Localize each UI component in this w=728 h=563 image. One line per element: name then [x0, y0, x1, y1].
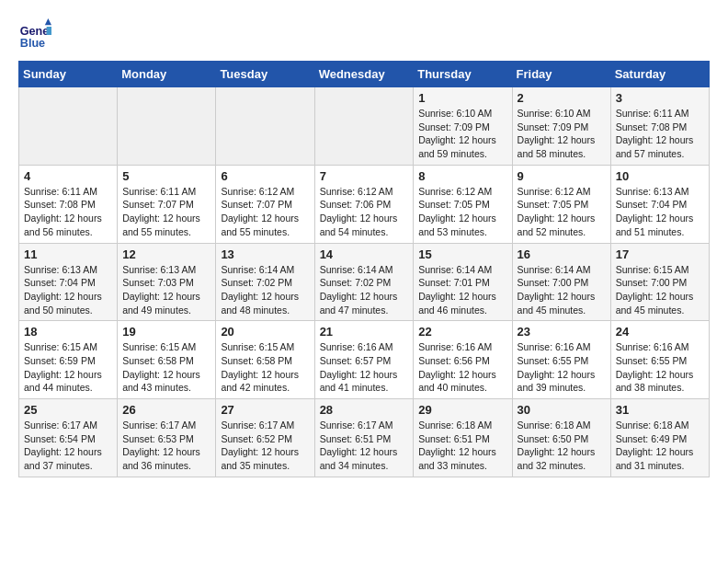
day-info: Sunrise: 6:16 AM Sunset: 6:55 PM Dayligh…	[616, 340, 704, 395]
calendar-cell: 28Sunrise: 6:17 AM Sunset: 6:51 PM Dayli…	[314, 399, 414, 477]
calendar-week-row: 4Sunrise: 6:11 AM Sunset: 7:08 PM Daylig…	[19, 165, 710, 243]
day-number: 7	[320, 169, 409, 183]
calendar-cell: 30Sunrise: 6:18 AM Sunset: 6:50 PM Dayli…	[512, 399, 610, 477]
calendar-cell: 16Sunrise: 6:14 AM Sunset: 7:00 PM Dayli…	[512, 243, 610, 321]
day-number: 21	[320, 325, 409, 339]
calendar-header-row: SundayMondayTuesdayWednesdayThursdayFrid…	[19, 62, 710, 87]
calendar-cell: 7Sunrise: 6:12 AM Sunset: 7:06 PM Daylig…	[314, 165, 414, 243]
day-info: Sunrise: 6:12 AM Sunset: 7:05 PM Dayligh…	[418, 185, 506, 239]
day-info: Sunrise: 6:15 AM Sunset: 6:59 PM Dayligh…	[24, 340, 112, 395]
day-info: Sunrise: 6:18 AM Sunset: 6:50 PM Dayligh…	[518, 419, 606, 473]
calendar-cell	[314, 87, 414, 166]
day-number: 17	[616, 247, 704, 261]
day-info: Sunrise: 6:14 AM Sunset: 7:02 PM Dayligh…	[221, 263, 309, 317]
calendar-table: SundayMondayTuesdayWednesdayThursdayFrid…	[18, 61, 710, 477]
day-header-friday: Friday	[512, 62, 610, 87]
calendar-cell: 9Sunrise: 6:12 AM Sunset: 7:05 PM Daylig…	[512, 165, 610, 243]
day-number: 25	[24, 403, 112, 417]
calendar-cell: 12Sunrise: 6:13 AM Sunset: 7:03 PM Dayli…	[118, 243, 216, 321]
day-number: 3	[616, 91, 704, 105]
calendar-week-row: 18Sunrise: 6:15 AM Sunset: 6:59 PM Dayli…	[19, 321, 710, 399]
calendar-cell: 2Sunrise: 6:10 AM Sunset: 7:09 PM Daylig…	[512, 87, 610, 166]
calendar-cell: 20Sunrise: 6:15 AM Sunset: 6:58 PM Dayli…	[216, 321, 314, 399]
day-number: 1	[418, 91, 506, 105]
calendar-cell: 22Sunrise: 6:16 AM Sunset: 6:56 PM Dayli…	[414, 321, 512, 399]
calendar-cell: 8Sunrise: 6:12 AM Sunset: 7:05 PM Daylig…	[414, 165, 512, 243]
day-info: Sunrise: 6:10 AM Sunset: 7:09 PM Dayligh…	[518, 107, 606, 161]
day-info: Sunrise: 6:13 AM Sunset: 7:04 PM Dayligh…	[616, 185, 704, 239]
day-header-monday: Monday	[118, 62, 216, 87]
calendar-cell: 25Sunrise: 6:17 AM Sunset: 6:54 PM Dayli…	[19, 399, 118, 477]
calendar-cell: 19Sunrise: 6:15 AM Sunset: 6:58 PM Dayli…	[118, 321, 216, 399]
day-number: 15	[418, 247, 506, 261]
calendar-cell: 27Sunrise: 6:17 AM Sunset: 6:52 PM Dayli…	[216, 399, 314, 477]
day-header-saturday: Saturday	[610, 62, 709, 87]
day-number: 13	[221, 247, 309, 261]
calendar-cell: 18Sunrise: 6:15 AM Sunset: 6:59 PM Dayli…	[19, 321, 118, 399]
day-number: 24	[616, 325, 704, 339]
day-info: Sunrise: 6:11 AM Sunset: 7:07 PM Dayligh…	[122, 185, 210, 239]
day-number: 22	[418, 325, 506, 339]
calendar-cell: 29Sunrise: 6:18 AM Sunset: 6:51 PM Dayli…	[414, 399, 512, 477]
day-number: 5	[122, 169, 210, 183]
day-number: 11	[24, 247, 112, 261]
day-info: Sunrise: 6:14 AM Sunset: 7:01 PM Dayligh…	[418, 263, 506, 317]
calendar-cell: 6Sunrise: 6:12 AM Sunset: 7:07 PM Daylig…	[216, 165, 314, 243]
logo: General Blue	[18, 18, 55, 52]
day-number: 26	[122, 403, 210, 417]
day-number: 31	[616, 403, 704, 417]
calendar-week-row: 1Sunrise: 6:10 AM Sunset: 7:09 PM Daylig…	[19, 87, 710, 166]
day-info: Sunrise: 6:15 AM Sunset: 6:58 PM Dayligh…	[221, 340, 309, 395]
day-info: Sunrise: 6:17 AM Sunset: 6:52 PM Dayligh…	[221, 419, 309, 473]
page-header: General Blue	[18, 18, 710, 52]
calendar-cell: 11Sunrise: 6:13 AM Sunset: 7:04 PM Dayli…	[19, 243, 118, 321]
day-number: 27	[221, 403, 309, 417]
day-info: Sunrise: 6:16 AM Sunset: 6:57 PM Dayligh…	[320, 340, 409, 395]
day-number: 16	[518, 247, 606, 261]
day-info: Sunrise: 6:11 AM Sunset: 7:08 PM Dayligh…	[24, 185, 112, 239]
day-header-tuesday: Tuesday	[216, 62, 314, 87]
day-info: Sunrise: 6:15 AM Sunset: 7:00 PM Dayligh…	[616, 263, 704, 317]
day-number: 30	[518, 403, 606, 417]
day-number: 29	[418, 403, 506, 417]
day-number: 2	[518, 91, 606, 105]
day-number: 14	[320, 247, 409, 261]
day-header-sunday: Sunday	[19, 62, 118, 87]
day-number: 18	[24, 325, 112, 339]
day-header-wednesday: Wednesday	[314, 62, 414, 87]
calendar-cell: 1Sunrise: 6:10 AM Sunset: 7:09 PM Daylig…	[414, 87, 512, 166]
day-info: Sunrise: 6:12 AM Sunset: 7:05 PM Dayligh…	[518, 185, 606, 239]
calendar-cell	[19, 87, 118, 166]
day-info: Sunrise: 6:17 AM Sunset: 6:53 PM Dayligh…	[122, 419, 210, 473]
day-info: Sunrise: 6:14 AM Sunset: 7:02 PM Dayligh…	[320, 263, 409, 317]
calendar-cell: 31Sunrise: 6:18 AM Sunset: 6:49 PM Dayli…	[610, 399, 709, 477]
day-info: Sunrise: 6:17 AM Sunset: 6:54 PM Dayligh…	[24, 419, 112, 473]
day-info: Sunrise: 6:16 AM Sunset: 6:55 PM Dayligh…	[518, 340, 606, 395]
day-info: Sunrise: 6:17 AM Sunset: 6:51 PM Dayligh…	[320, 419, 409, 473]
day-info: Sunrise: 6:18 AM Sunset: 6:51 PM Dayligh…	[418, 419, 506, 473]
day-number: 19	[122, 325, 210, 339]
calendar-week-row: 25Sunrise: 6:17 AM Sunset: 6:54 PM Dayli…	[19, 399, 710, 477]
calendar-week-row: 11Sunrise: 6:13 AM Sunset: 7:04 PM Dayli…	[19, 243, 710, 321]
day-number: 23	[518, 325, 606, 339]
day-info: Sunrise: 6:18 AM Sunset: 6:49 PM Dayligh…	[616, 419, 704, 473]
day-info: Sunrise: 6:16 AM Sunset: 6:56 PM Dayligh…	[418, 340, 506, 395]
day-info: Sunrise: 6:10 AM Sunset: 7:09 PM Dayligh…	[418, 107, 506, 161]
day-number: 10	[616, 169, 704, 183]
calendar-cell: 14Sunrise: 6:14 AM Sunset: 7:02 PM Dayli…	[314, 243, 414, 321]
svg-text:Blue: Blue	[20, 37, 45, 50]
logo-icon: General Blue	[18, 18, 51, 52]
svg-marker-3	[47, 27, 51, 35]
calendar-cell	[118, 87, 216, 166]
calendar-cell: 23Sunrise: 6:16 AM Sunset: 6:55 PM Dayli…	[512, 321, 610, 399]
calendar-cell: 3Sunrise: 6:11 AM Sunset: 7:08 PM Daylig…	[610, 87, 709, 166]
svg-marker-2	[45, 18, 51, 25]
calendar-cell: 26Sunrise: 6:17 AM Sunset: 6:53 PM Dayli…	[118, 399, 216, 477]
day-info: Sunrise: 6:13 AM Sunset: 7:04 PM Dayligh…	[24, 263, 112, 317]
day-number: 8	[418, 169, 506, 183]
day-number: 4	[24, 169, 112, 183]
calendar-cell: 4Sunrise: 6:11 AM Sunset: 7:08 PM Daylig…	[19, 165, 118, 243]
calendar-cell: 15Sunrise: 6:14 AM Sunset: 7:01 PM Dayli…	[414, 243, 512, 321]
calendar-cell: 24Sunrise: 6:16 AM Sunset: 6:55 PM Dayli…	[610, 321, 709, 399]
calendar-cell	[216, 87, 314, 166]
